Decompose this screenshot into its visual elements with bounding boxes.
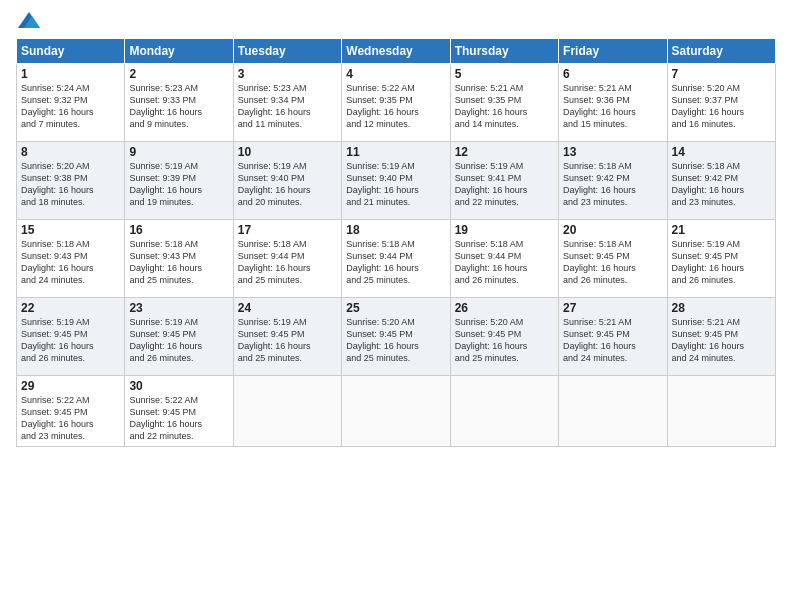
calendar-cell [450,376,558,447]
weekday-header-wednesday: Wednesday [342,39,450,64]
logo-text [16,12,40,30]
day-info: Sunrise: 5:19 AMSunset: 9:40 PMDaylight:… [238,160,337,209]
day-info: Sunrise: 5:21 AMSunset: 9:45 PMDaylight:… [672,316,771,365]
day-number: 18 [346,223,445,237]
calendar-cell: 20Sunrise: 5:18 AMSunset: 9:45 PMDayligh… [559,220,667,298]
calendar-cell [342,376,450,447]
day-number: 13 [563,145,662,159]
calendar-cell [667,376,775,447]
day-info: Sunrise: 5:19 AMSunset: 9:45 PMDaylight:… [672,238,771,287]
calendar-cell: 16Sunrise: 5:18 AMSunset: 9:43 PMDayligh… [125,220,233,298]
day-info: Sunrise: 5:18 AMSunset: 9:44 PMDaylight:… [238,238,337,287]
calendar-cell: 21Sunrise: 5:19 AMSunset: 9:45 PMDayligh… [667,220,775,298]
calendar-cell: 4Sunrise: 5:22 AMSunset: 9:35 PMDaylight… [342,64,450,142]
day-info: Sunrise: 5:18 AMSunset: 9:42 PMDaylight:… [672,160,771,209]
day-number: 16 [129,223,228,237]
day-number: 23 [129,301,228,315]
day-number: 1 [21,67,120,81]
day-number: 5 [455,67,554,81]
weekday-header-sunday: Sunday [17,39,125,64]
day-info: Sunrise: 5:19 AMSunset: 9:40 PMDaylight:… [346,160,445,209]
day-number: 4 [346,67,445,81]
day-number: 27 [563,301,662,315]
day-number: 30 [129,379,228,393]
day-number: 2 [129,67,228,81]
day-info: Sunrise: 5:18 AMSunset: 9:43 PMDaylight:… [21,238,120,287]
calendar-cell: 24Sunrise: 5:19 AMSunset: 9:45 PMDayligh… [233,298,341,376]
calendar-cell: 22Sunrise: 5:19 AMSunset: 9:45 PMDayligh… [17,298,125,376]
day-info: Sunrise: 5:21 AMSunset: 9:35 PMDaylight:… [455,82,554,131]
day-number: 28 [672,301,771,315]
calendar-cell: 23Sunrise: 5:19 AMSunset: 9:45 PMDayligh… [125,298,233,376]
calendar-cell: 1Sunrise: 5:24 AMSunset: 9:32 PMDaylight… [17,64,125,142]
day-info: Sunrise: 5:18 AMSunset: 9:44 PMDaylight:… [346,238,445,287]
day-number: 11 [346,145,445,159]
day-number: 22 [21,301,120,315]
day-number: 26 [455,301,554,315]
day-number: 29 [21,379,120,393]
day-number: 15 [21,223,120,237]
week-row-4: 22Sunrise: 5:19 AMSunset: 9:45 PMDayligh… [17,298,776,376]
day-number: 12 [455,145,554,159]
calendar-cell: 13Sunrise: 5:18 AMSunset: 9:42 PMDayligh… [559,142,667,220]
page: SundayMondayTuesdayWednesdayThursdayFrid… [0,0,792,612]
calendar-cell: 27Sunrise: 5:21 AMSunset: 9:45 PMDayligh… [559,298,667,376]
calendar-cell [559,376,667,447]
day-info: Sunrise: 5:22 AMSunset: 9:35 PMDaylight:… [346,82,445,131]
week-row-5: 29Sunrise: 5:22 AMSunset: 9:45 PMDayligh… [17,376,776,447]
calendar-cell: 3Sunrise: 5:23 AMSunset: 9:34 PMDaylight… [233,64,341,142]
calendar-cell: 14Sunrise: 5:18 AMSunset: 9:42 PMDayligh… [667,142,775,220]
weekday-header-row: SundayMondayTuesdayWednesdayThursdayFrid… [17,39,776,64]
day-number: 25 [346,301,445,315]
day-number: 6 [563,67,662,81]
day-info: Sunrise: 5:18 AMSunset: 9:45 PMDaylight:… [563,238,662,287]
day-number: 9 [129,145,228,159]
calendar-cell [233,376,341,447]
calendar-cell: 8Sunrise: 5:20 AMSunset: 9:38 PMDaylight… [17,142,125,220]
day-info: Sunrise: 5:19 AMSunset: 9:45 PMDaylight:… [129,316,228,365]
day-info: Sunrise: 5:20 AMSunset: 9:38 PMDaylight:… [21,160,120,209]
day-info: Sunrise: 5:20 AMSunset: 9:45 PMDaylight:… [455,316,554,365]
day-number: 3 [238,67,337,81]
calendar-cell: 5Sunrise: 5:21 AMSunset: 9:35 PMDaylight… [450,64,558,142]
calendar-cell: 18Sunrise: 5:18 AMSunset: 9:44 PMDayligh… [342,220,450,298]
day-info: Sunrise: 5:18 AMSunset: 9:44 PMDaylight:… [455,238,554,287]
day-info: Sunrise: 5:22 AMSunset: 9:45 PMDaylight:… [129,394,228,443]
week-row-3: 15Sunrise: 5:18 AMSunset: 9:43 PMDayligh… [17,220,776,298]
weekday-header-monday: Monday [125,39,233,64]
logo-line [16,12,40,30]
calendar-cell: 2Sunrise: 5:23 AMSunset: 9:33 PMDaylight… [125,64,233,142]
day-info: Sunrise: 5:19 AMSunset: 9:39 PMDaylight:… [129,160,228,209]
calendar-cell: 19Sunrise: 5:18 AMSunset: 9:44 PMDayligh… [450,220,558,298]
day-number: 17 [238,223,337,237]
calendar-cell: 6Sunrise: 5:21 AMSunset: 9:36 PMDaylight… [559,64,667,142]
day-info: Sunrise: 5:18 AMSunset: 9:42 PMDaylight:… [563,160,662,209]
calendar-cell: 25Sunrise: 5:20 AMSunset: 9:45 PMDayligh… [342,298,450,376]
logo-icon [18,10,40,30]
calendar-cell: 17Sunrise: 5:18 AMSunset: 9:44 PMDayligh… [233,220,341,298]
calendar-cell: 10Sunrise: 5:19 AMSunset: 9:40 PMDayligh… [233,142,341,220]
weekday-header-thursday: Thursday [450,39,558,64]
day-info: Sunrise: 5:19 AMSunset: 9:41 PMDaylight:… [455,160,554,209]
calendar-cell: 15Sunrise: 5:18 AMSunset: 9:43 PMDayligh… [17,220,125,298]
day-info: Sunrise: 5:24 AMSunset: 9:32 PMDaylight:… [21,82,120,131]
day-number: 20 [563,223,662,237]
calendar-cell: 30Sunrise: 5:22 AMSunset: 9:45 PMDayligh… [125,376,233,447]
day-info: Sunrise: 5:21 AMSunset: 9:36 PMDaylight:… [563,82,662,131]
calendar-cell: 29Sunrise: 5:22 AMSunset: 9:45 PMDayligh… [17,376,125,447]
day-number: 19 [455,223,554,237]
day-info: Sunrise: 5:23 AMSunset: 9:33 PMDaylight:… [129,82,228,131]
header [16,12,776,30]
day-number: 24 [238,301,337,315]
calendar-cell: 7Sunrise: 5:20 AMSunset: 9:37 PMDaylight… [667,64,775,142]
calendar-cell: 28Sunrise: 5:21 AMSunset: 9:45 PMDayligh… [667,298,775,376]
day-number: 10 [238,145,337,159]
day-number: 21 [672,223,771,237]
calendar-cell: 26Sunrise: 5:20 AMSunset: 9:45 PMDayligh… [450,298,558,376]
week-row-1: 1Sunrise: 5:24 AMSunset: 9:32 PMDaylight… [17,64,776,142]
day-info: Sunrise: 5:20 AMSunset: 9:37 PMDaylight:… [672,82,771,131]
calendar-cell: 11Sunrise: 5:19 AMSunset: 9:40 PMDayligh… [342,142,450,220]
weekday-header-friday: Friday [559,39,667,64]
day-info: Sunrise: 5:23 AMSunset: 9:34 PMDaylight:… [238,82,337,131]
day-info: Sunrise: 5:20 AMSunset: 9:45 PMDaylight:… [346,316,445,365]
